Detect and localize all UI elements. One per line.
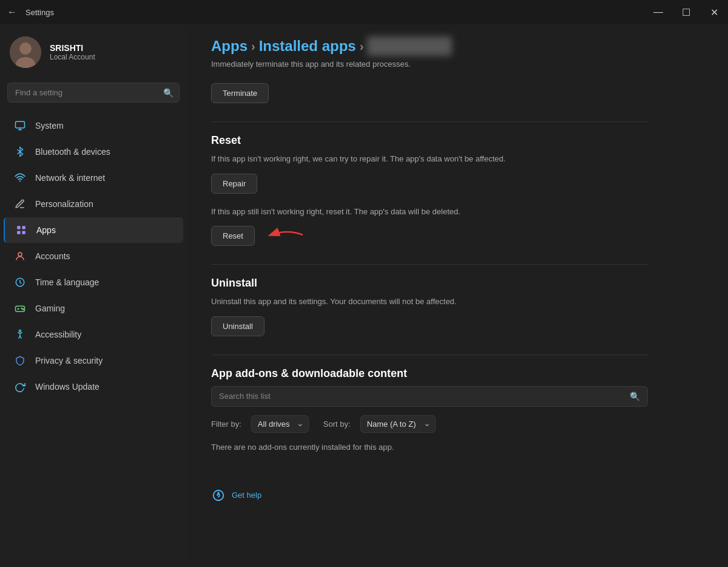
app-title: Settings [25,8,54,17]
sidebar-item-label-gaming: Gaming [35,304,65,313]
search-box[interactable]: 🔍 [7,83,180,103]
filter-label: Filter by: [211,419,241,429]
user-profile[interactable]: SRISHTI Local Account [0,24,187,78]
time-icon [13,276,27,289]
addons-section: App add-ons & downloadable content 🔍 Fil… [211,367,648,452]
search-list-icon: 🔍 [630,392,640,401]
user-account-type: Local Account [50,53,95,61]
svg-point-20 [214,490,224,500]
titlebar-controls: — ☐ ✕ [644,0,728,24]
sidebar-item-update[interactable]: Windows Update [4,374,183,399]
sidebar-item-label-update: Windows Update [35,382,99,392]
svg-point-11 [18,253,22,256]
close-button[interactable]: ✕ [700,0,728,24]
breadcrumb-apps[interactable]: Apps [211,38,248,55]
no-addons-message: There are no add-ons currently installed… [211,443,648,452]
avatar [10,36,41,68]
reset-title: Reset [211,134,648,147]
titlebar-left: ← Settings [7,7,54,18]
sidebar-item-label-apps: Apps [36,225,56,235]
reset-button[interactable]: Reset [211,226,255,246]
svg-point-18 [19,330,21,332]
search-input[interactable] [7,83,180,103]
svg-point-6 [19,180,21,182]
repair-description: If this app isn't working right, we can … [211,153,648,165]
minimize-button[interactable]: — [644,0,672,24]
sidebar-item-label-time: Time & language [35,277,99,287]
sidebar-item-time[interactable]: Time & language [4,270,183,295]
svg-rect-10 [22,231,25,234]
sort-select[interactable]: Name (A to Z) Name (Z to A) Size Date in… [360,415,436,433]
terminate-button[interactable]: Terminate [211,83,269,103]
reset-description: If this app still isn't working right, r… [211,206,648,218]
sidebar-item-accounts[interactable]: Accounts [4,243,183,269]
breadcrumb-arrow-2: › [360,39,364,53]
content-inner: Apps › Installed apps › Immediately term… [187,24,672,527]
svg-rect-9 [17,231,20,234]
system-icon [13,119,27,132]
personalization-icon [13,197,27,211]
sidebar-item-privacy[interactable]: Privacy & security [4,348,183,373]
reset-button-row: Reset [211,226,648,246]
sidebar-item-label-network: Network & internet [35,173,105,183]
filter-select[interactable]: All drives C: D: [251,415,309,433]
svg-point-16 [21,308,22,309]
svg-rect-7 [17,226,20,229]
sidebar-item-label-system: System [35,121,64,131]
network-icon [13,171,27,185]
uninstall-title: Uninstall [211,277,648,290]
maximize-button[interactable]: ☐ [672,0,700,24]
sidebar: SRISHTI Local Account 🔍 System Bluetooth… [0,24,187,567]
svg-point-1 [19,42,32,55]
terminate-description: Immediately terminate this app and its r… [211,59,648,69]
titlebar: ← Settings — ☐ ✕ [0,0,728,24]
search-list-input[interactable] [219,392,625,401]
breadcrumb: Apps › Installed apps › [211,36,648,56]
divider-3 [211,355,648,355]
sidebar-item-label-privacy: Privacy & security [35,356,103,365]
app-body: SRISHTI Local Account 🔍 System Bluetooth… [0,24,728,567]
svg-rect-3 [16,121,25,128]
sidebar-item-personalization[interactable]: Personalization [4,191,183,217]
breadcrumb-arrow-1: › [251,39,255,53]
user-info: SRISHTI Local Account [50,43,95,61]
uninstall-button[interactable]: Uninstall [211,316,265,336]
sidebar-item-accessibility[interactable]: Accessibility [4,322,183,347]
get-help-label: Get help [232,491,261,500]
reset-row: If this app still isn't working right, r… [211,206,648,246]
sidebar-item-system[interactable]: System [4,113,183,138]
search-icon: 🔍 [163,88,174,98]
gaming-icon [13,302,27,315]
accounts-icon [13,250,27,263]
search-list-box[interactable]: 🔍 [211,386,648,407]
content-area: Apps › Installed apps › Immediately term… [187,24,728,567]
svg-point-17 [23,309,24,310]
reset-section: Reset If this app isn't working right, w… [211,134,648,246]
repair-button[interactable]: Repair [211,174,257,194]
sort-label: Sort by: [323,419,351,429]
divider-2 [211,264,648,265]
filter-select-wrap[interactable]: All drives C: D: [251,415,309,433]
breadcrumb-installed-apps[interactable]: Installed apps [259,38,356,55]
filter-row: Filter by: All drives C: D: Sort by: Nam… [211,415,648,433]
update-icon [13,380,27,393]
sidebar-item-label-personalization: Personalization [35,199,93,209]
get-help[interactable]: Get help [211,488,648,503]
addons-title: App add-ons & downloadable content [211,367,648,380]
terminate-section: Immediately terminate this app and its r… [211,59,648,103]
sidebar-item-label-accounts: Accounts [35,251,70,261]
arrow-indicator [263,226,306,245]
sort-select-wrap[interactable]: Name (A to Z) Name (Z to A) Size Date in… [360,415,436,433]
sidebar-item-apps[interactable]: Apps [4,217,183,243]
sidebar-item-label-bluetooth: Bluetooth & devices [35,147,110,157]
back-icon[interactable]: ← [7,7,17,18]
uninstall-section: Uninstall Uninstall this app and its set… [211,277,648,336]
sidebar-item-network[interactable]: Network & internet [4,165,183,191]
svg-point-21 [218,492,219,494]
apps-icon [15,223,28,237]
sidebar-item-bluetooth[interactable]: Bluetooth & devices [4,139,183,165]
sidebar-item-gaming[interactable]: Gaming [4,296,183,321]
sidebar-item-label-accessibility: Accessibility [35,330,81,339]
help-icon [211,488,226,503]
user-name: SRISHTI [50,43,95,53]
